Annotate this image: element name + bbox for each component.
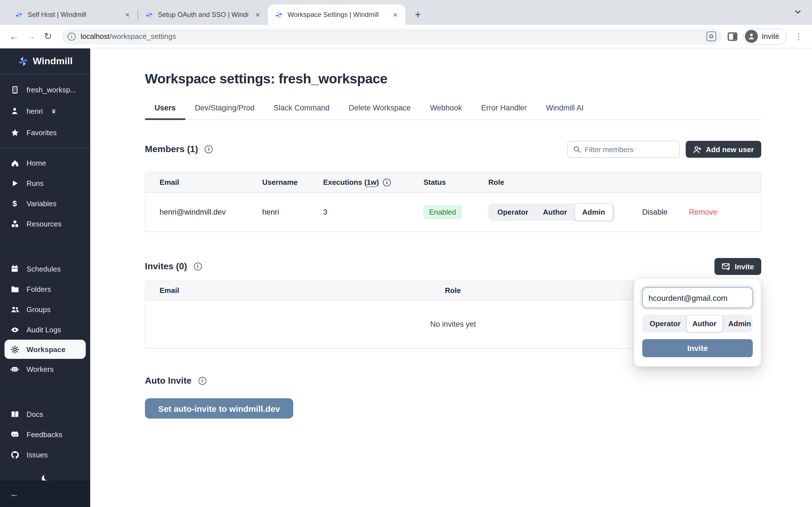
nav-label: Workspace	[27, 345, 65, 353]
tab-slack-command[interactable]: Slack Command	[264, 104, 339, 119]
tab-webhook[interactable]: Webhook	[420, 104, 472, 119]
windmill-favicon-icon	[15, 10, 23, 19]
set-auto-invite-button[interactable]: Set auto-invite to windmill.dev	[145, 398, 293, 418]
col-email: Email	[160, 286, 445, 295]
sidebar-item-user[interactable]: henri ♛	[0, 100, 90, 122]
url-text[interactable]: localhost/workspace_settings	[81, 32, 707, 41]
side-panel-icon[interactable]	[727, 32, 738, 41]
discord-icon	[10, 431, 19, 438]
new-tab-button[interactable]: +	[410, 7, 426, 22]
tab-search-chevron-icon[interactable]	[794, 8, 802, 16]
popup-role-operator[interactable]: Operator	[644, 317, 686, 331]
nav-label: Feedbacks	[27, 430, 62, 439]
user-icon	[10, 107, 19, 115]
member-role-segmented-control: Operator Author Admin	[488, 203, 615, 221]
invites-heading: Invites (0)	[145, 262, 187, 272]
remove-member-button[interactable]: Remove	[689, 208, 717, 216]
browser-menu-icon[interactable]: ⋮	[792, 31, 805, 41]
site-info-icon[interactable]: i	[68, 33, 75, 40]
role-option-admin[interactable]: Admin	[574, 203, 613, 221]
tab-users[interactable]: Users	[145, 104, 185, 119]
invites-info-icon[interactable]: i	[194, 263, 202, 270]
col-email: Email	[160, 178, 262, 186]
dollar-icon: $	[10, 199, 19, 208]
translate-icon[interactable]: G	[707, 32, 716, 41]
role-option-author[interactable]: Author	[536, 205, 574, 219]
auto-invite-info-icon[interactable]: i	[198, 377, 206, 385]
sidebar-item-runs[interactable]: Runs	[0, 173, 90, 193]
sidebar-item-favorites[interactable]: Favorites	[0, 122, 90, 143]
page-title: Workspace settings: fresh_workspace	[145, 71, 761, 87]
back-button[interactable]: ←	[6, 28, 22, 45]
user-plus-icon	[693, 145, 702, 154]
sidebar-collapse-bar[interactable]: ←	[0, 481, 90, 507]
nav-label: Docs	[27, 410, 43, 418]
role-option-operator[interactable]: Operator	[490, 205, 536, 219]
sidebar-item-variables[interactable]: $ Variables	[0, 193, 90, 214]
members-heading-wrap: Members (1) i	[145, 144, 213, 154]
popup-role-admin[interactable]: Admin	[723, 317, 757, 331]
users-group-icon	[10, 305, 19, 314]
tab-close-icon[interactable]: ×	[253, 10, 262, 19]
filter-members-input[interactable]	[585, 145, 674, 154]
url-path: /workspace_settings	[110, 32, 176, 41]
robot-icon	[10, 365, 19, 373]
sidebar-item-audit-logs[interactable]: Audit Logs	[0, 320, 90, 340]
browser-tab-self-host[interactable]: Self Host | Windmill ×	[8, 4, 138, 25]
profile-avatar-icon	[745, 30, 758, 43]
filter-members-box	[567, 141, 680, 158]
invites-heading-wrap: Invites (0) i	[145, 262, 202, 272]
sidebar-item-docs[interactable]: Docs	[0, 404, 90, 424]
executions-info-icon[interactable]: i	[383, 178, 391, 186]
sidebar-item-resources[interactable]: Resources	[0, 214, 90, 234]
sidebar-secondary-nav: Schedules Folders Groups	[0, 259, 90, 384]
member-username: henri	[262, 208, 323, 216]
windmill-brand[interactable]: Windmill	[0, 48, 90, 74]
sidebar-item-folders[interactable]: Folders	[0, 279, 90, 299]
tab-error-handler[interactable]: Error Handler	[472, 104, 537, 119]
tab-title: Self Host | Windmill	[28, 11, 118, 18]
reload-button[interactable]: ↻	[40, 28, 56, 45]
invite-button[interactable]: Invite	[714, 258, 761, 275]
sidebar-spacer	[0, 238, 90, 259]
tab-close-icon[interactable]: ×	[123, 10, 132, 19]
boxes-icon	[10, 219, 19, 228]
add-new-user-button[interactable]: Add new user	[686, 141, 762, 158]
search-icon	[573, 145, 581, 153]
sidebar-item-groups[interactable]: Groups	[0, 299, 90, 320]
book-icon	[10, 410, 19, 418]
sidebar-item-feedbacks[interactable]: Feedbacks	[0, 424, 90, 445]
tab-close-icon[interactable]: ×	[391, 10, 400, 19]
browser-tab-oauth-sso[interactable]: Setup OAuth and SSO | Windmi ×	[138, 4, 268, 25]
play-icon	[10, 179, 19, 187]
popup-role-author[interactable]: Author	[686, 315, 723, 332]
sidebar-item-workspace-switcher[interactable]: fresh_worksp...	[0, 79, 90, 100]
sidebar-item-workspace[interactable]: Workspace	[4, 340, 86, 359]
address-bar[interactable]: i localhost/workspace_settings G	[62, 29, 722, 44]
workspace-switcher-label: fresh_worksp...	[27, 86, 76, 94]
browser-profile-button[interactable]: Invité	[743, 29, 786, 44]
tab-windmill-ai[interactable]: Windmill AI	[537, 104, 594, 119]
invite-submit-button[interactable]: Invite	[642, 339, 753, 357]
tab-delete-workspace[interactable]: Delete Workspace	[339, 104, 420, 119]
sidebar-account-group: fresh_worksp... henri ♛ Favorites	[0, 74, 90, 148]
members-table: Email Username Executions (1w) i Status …	[145, 172, 761, 232]
browser-tab-workspace-settings[interactable]: Workspace Settings | Windmill ×	[268, 4, 405, 25]
sidebar-item-issues[interactable]: Issues	[0, 445, 90, 465]
invite-email-input[interactable]	[642, 287, 753, 308]
eye-icon	[10, 325, 19, 334]
tab-dev-staging-prod[interactable]: Dev/Staging/Prod	[185, 104, 264, 119]
members-table-header: Email Username Executions (1w) i Status …	[146, 172, 761, 193]
sidebar-item-home[interactable]: Home	[0, 153, 90, 173]
app-sidebar: Windmill fresh_worksp... henri ♛	[0, 48, 90, 507]
sidebar-item-workers[interactable]: Workers	[0, 359, 90, 379]
sidebar-item-schedules[interactable]: Schedules	[0, 259, 90, 279]
add-new-user-label: Add new user	[706, 145, 754, 154]
nav-label: Audit Logs	[27, 325, 61, 334]
forward-button[interactable]: →	[22, 28, 40, 45]
members-info-icon[interactable]: i	[205, 145, 213, 153]
windmill-favicon-icon	[274, 10, 283, 19]
col-role: Role	[488, 178, 747, 186]
disable-member-button[interactable]: Disable	[642, 208, 667, 216]
building-icon	[10, 86, 19, 94]
